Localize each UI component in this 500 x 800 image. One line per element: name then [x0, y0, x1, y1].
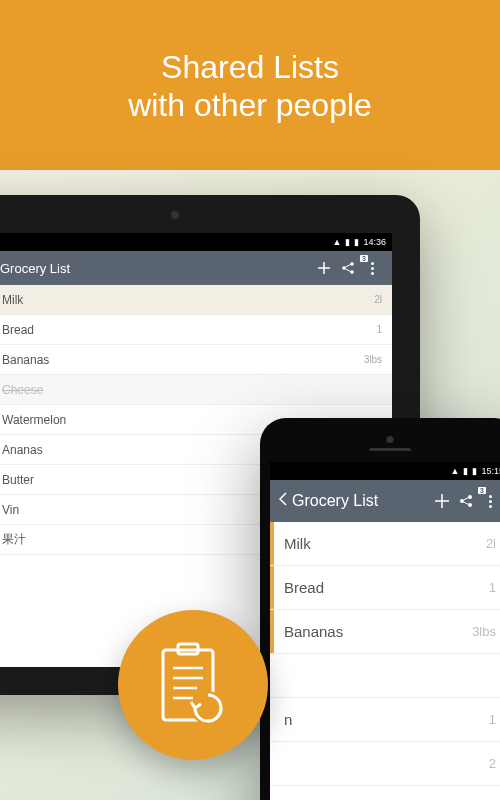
category-stripe — [270, 566, 274, 609]
category-stripe — [270, 610, 274, 653]
item-qty: 2 — [489, 756, 496, 771]
svg-point-1 — [350, 262, 354, 266]
list-title: Grocery List — [292, 492, 430, 510]
menu-button[interactable] — [360, 262, 384, 275]
category-stripe — [270, 522, 274, 565]
item-name: Bread — [2, 323, 376, 337]
promo-heading: Shared Lists with other people — [0, 48, 500, 125]
list-item[interactable]: Bananas3lbs — [270, 610, 500, 654]
category-stripe — [270, 698, 274, 741]
list-item[interactable]: Bread1 — [270, 566, 500, 610]
wifi-icon: ▲ — [333, 237, 342, 247]
signal-icon: ▮ — [463, 466, 468, 476]
item-name: Bananas — [284, 623, 472, 640]
item-qty: 1 — [489, 580, 496, 595]
overflow-icon — [489, 495, 492, 508]
category-stripe — [270, 742, 274, 785]
phone-screen: ▲ ▮ ▮ 15:15 Grocery List 3 Milk2lBread1B… — [270, 462, 500, 800]
chevron-left-icon — [278, 492, 288, 506]
list-item[interactable]: Bananas3lbs — [0, 345, 392, 375]
phone-device: ▲ ▮ ▮ 15:15 Grocery List 3 Milk2lBread1B… — [260, 418, 500, 800]
status-time: 14:36 — [363, 237, 386, 247]
add-button[interactable] — [312, 261, 336, 275]
item-qty: 2l — [486, 536, 496, 551]
add-button[interactable] — [430, 493, 454, 509]
phone-speaker — [369, 448, 411, 451]
item-name: Bread — [284, 579, 489, 596]
list-item[interactable]: Bread1 — [0, 315, 392, 345]
item-qty: 3lbs — [364, 354, 382, 365]
phone-status-bar: ▲ ▮ ▮ 15:15 — [270, 462, 500, 480]
share-icon — [458, 493, 474, 509]
tablet-status-bar: ▲ ▮ ▮ 14:36 — [0, 233, 392, 251]
list-item[interactable]: 2 — [270, 742, 500, 786]
item-name: Milk — [284, 535, 486, 552]
item-qty: 1 — [489, 712, 496, 727]
list-item[interactable]: 1l — [270, 786, 500, 800]
tablet-camera — [171, 211, 179, 219]
battery-icon: ▮ — [354, 237, 359, 247]
plus-icon — [317, 261, 331, 275]
svg-point-4 — [468, 495, 472, 499]
share-button[interactable]: 3 — [454, 493, 478, 509]
status-time: 15:15 — [481, 466, 500, 476]
battery-icon: ▮ — [472, 466, 477, 476]
svg-point-5 — [468, 503, 472, 507]
list-title: Grocery List — [0, 261, 312, 276]
item-name: Cheese — [2, 383, 382, 397]
svg-point-0 — [342, 266, 346, 270]
item-name: Bananas — [2, 353, 364, 367]
phone-camera — [387, 436, 394, 443]
item-name: n — [284, 711, 489, 728]
phone-header: Grocery List 3 — [270, 480, 500, 522]
share-icon — [341, 261, 355, 275]
promo-line1: Shared Lists — [0, 48, 500, 86]
list-item[interactable]: Milk2l — [270, 522, 500, 566]
category-stripe — [270, 786, 274, 800]
sync-clipboard-badge — [118, 610, 268, 760]
svg-point-2 — [350, 270, 354, 274]
item-qty: 2l — [374, 294, 382, 305]
share-count-badge: 3 — [478, 487, 486, 494]
clipboard-sync-icon — [153, 640, 233, 730]
list-item[interactable] — [270, 654, 500, 698]
item-qty: 3lbs — [472, 624, 496, 639]
list-item[interactable]: n1 — [270, 698, 500, 742]
promo-line2: with other people — [0, 86, 500, 124]
signal-icon: ▮ — [345, 237, 350, 247]
category-stripe — [270, 654, 274, 697]
share-button[interactable]: 3 — [336, 261, 360, 275]
wifi-icon: ▲ — [451, 466, 460, 476]
main-header: Grocery List 3 — [0, 251, 392, 285]
back-button[interactable] — [278, 492, 288, 510]
item-name: Milk — [2, 293, 374, 307]
menu-button[interactable] — [478, 495, 500, 508]
list-item[interactable]: Milk2l — [0, 285, 392, 315]
plus-icon — [434, 493, 450, 509]
overflow-icon — [371, 262, 374, 275]
list-item[interactable]: Cheese — [0, 375, 392, 405]
item-qty: 1 — [376, 324, 382, 335]
